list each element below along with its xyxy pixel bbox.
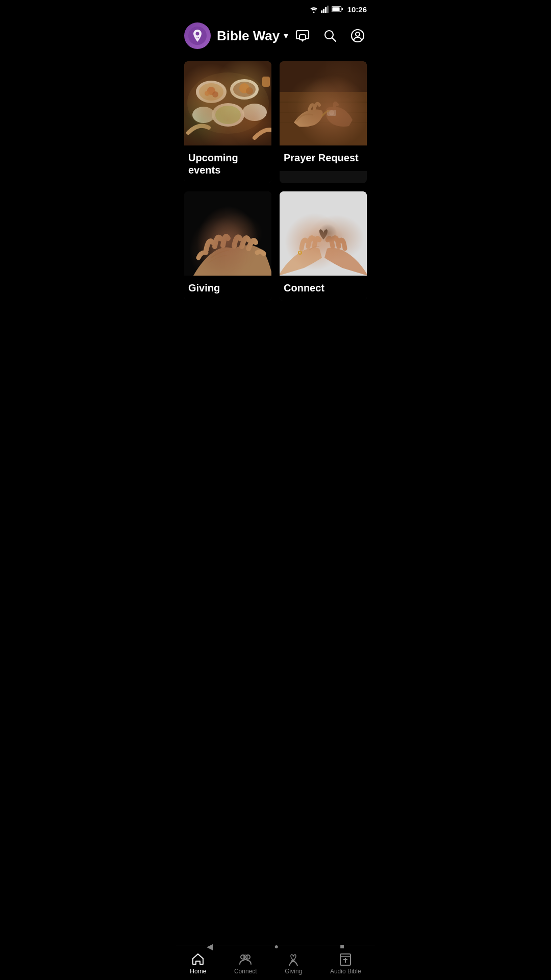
giving-card[interactable]: Giving bbox=[184, 191, 271, 301]
svg-point-24 bbox=[212, 103, 244, 127]
prayer-illustration bbox=[280, 61, 367, 145]
svg-point-0 bbox=[313, 12, 314, 13]
nav-giving-label: Giving bbox=[285, 968, 302, 975]
prayer-request-label: Prayer Request bbox=[280, 145, 367, 171]
svg-rect-11 bbox=[198, 37, 199, 38]
events-illustration bbox=[184, 61, 271, 145]
prayer-request-card[interactable]: Prayer Request bbox=[280, 61, 367, 183]
svg-point-23 bbox=[233, 82, 256, 97]
nav-connect-label: Connect bbox=[234, 968, 257, 975]
svg-point-40 bbox=[329, 110, 334, 115]
svg-point-22 bbox=[230, 79, 259, 100]
svg-rect-6 bbox=[332, 7, 339, 11]
svg-rect-41 bbox=[184, 191, 271, 276]
logo-icon bbox=[188, 27, 207, 45]
svg-point-44 bbox=[298, 251, 302, 254]
cards-grid: Upcoming events bbox=[184, 61, 367, 301]
upcoming-events-image bbox=[184, 61, 271, 145]
svg-point-31 bbox=[239, 83, 249, 93]
profile-icon bbox=[350, 29, 365, 43]
status-icons: 10:26 bbox=[309, 5, 367, 14]
search-button[interactable] bbox=[321, 27, 339, 45]
svg-rect-7 bbox=[341, 8, 343, 10]
svg-point-32 bbox=[246, 87, 253, 94]
connect-label: Connect bbox=[280, 276, 367, 301]
svg-rect-10 bbox=[197, 37, 198, 38]
svg-rect-39 bbox=[327, 110, 336, 116]
svg-rect-18 bbox=[184, 61, 271, 145]
connect-illustration bbox=[280, 191, 367, 276]
android-recent-button[interactable]: ■ bbox=[340, 942, 344, 950]
svg-point-30 bbox=[205, 91, 210, 96]
android-home-button[interactable]: ● bbox=[274, 942, 279, 950]
connect-image bbox=[280, 191, 367, 276]
svg-line-15 bbox=[333, 38, 336, 42]
android-back-button[interactable]: ◀ bbox=[207, 942, 213, 951]
main-content: Upcoming events bbox=[176, 57, 375, 309]
connect-card[interactable]: Connect bbox=[280, 191, 367, 301]
svg-point-17 bbox=[356, 32, 360, 36]
svg-point-14 bbox=[325, 31, 333, 39]
svg-point-25 bbox=[215, 106, 241, 124]
svg-point-19 bbox=[187, 72, 269, 134]
status-bar: 10:26 bbox=[176, 0, 375, 18]
status-time: 10:26 bbox=[347, 5, 367, 14]
upcoming-events-label: Upcoming events bbox=[184, 145, 271, 183]
giving-label: Giving bbox=[184, 276, 271, 301]
svg-rect-3 bbox=[325, 7, 327, 13]
svg-rect-42 bbox=[280, 191, 367, 276]
profile-button[interactable] bbox=[348, 27, 367, 45]
signal-icon bbox=[321, 6, 329, 13]
app-title: Bible Way bbox=[217, 28, 280, 44]
svg-rect-33 bbox=[262, 77, 270, 87]
prayer-request-image bbox=[280, 61, 367, 145]
svg-rect-34 bbox=[280, 61, 367, 145]
battery-icon bbox=[332, 6, 343, 12]
app-title-row[interactable]: Bible Way ▾ bbox=[217, 28, 288, 44]
svg-rect-35 bbox=[280, 92, 367, 145]
app-header: Bible Way ▾ bbox=[176, 18, 375, 57]
giving-illustration bbox=[184, 191, 271, 276]
wifi-icon bbox=[309, 6, 318, 13]
upcoming-events-card[interactable]: Upcoming events bbox=[184, 61, 271, 183]
giving-image bbox=[184, 191, 271, 276]
android-nav-bar: ◀ ● ■ bbox=[176, 935, 375, 958]
svg-point-27 bbox=[242, 104, 267, 121]
svg-rect-13 bbox=[299, 35, 306, 40]
search-icon bbox=[323, 29, 337, 43]
nav-audio-bible-label: Audio Bible bbox=[330, 968, 361, 975]
svg-point-29 bbox=[212, 91, 218, 97]
chevron-down-icon: ▾ bbox=[284, 30, 288, 41]
svg-point-26 bbox=[192, 107, 215, 123]
svg-point-21 bbox=[199, 83, 223, 101]
svg-rect-2 bbox=[323, 9, 324, 13]
nav-home-label: Home bbox=[190, 968, 206, 975]
messages-icon bbox=[295, 29, 310, 43]
svg-rect-1 bbox=[321, 10, 322, 13]
svg-point-28 bbox=[207, 87, 215, 95]
svg-point-9 bbox=[196, 32, 199, 36]
header-left: Bible Way ▾ bbox=[184, 22, 288, 49]
svg-rect-43 bbox=[280, 191, 367, 276]
messages-button[interactable] bbox=[293, 27, 312, 45]
app-logo bbox=[184, 22, 211, 49]
svg-rect-4 bbox=[327, 6, 329, 13]
svg-point-20 bbox=[196, 81, 227, 103]
header-actions bbox=[293, 27, 367, 45]
